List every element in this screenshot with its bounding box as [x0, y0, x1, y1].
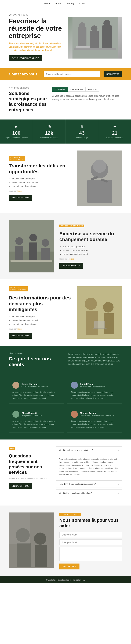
- svg-rect-29: [94, 321, 105, 328]
- testimonial-meta-3: Michael Turner Directeur du développemen…: [80, 412, 114, 416]
- testimonials-grid: Emma Harrison Consultante senior en stra…: [9, 378, 122, 433]
- faq-item-2[interactable]: What is the typical project timeline? ∨: [56, 490, 122, 497]
- testimonial-text-0: At vero eos et accusam et justo duo dolo…: [13, 391, 60, 400]
- faq-item-1[interactable]: How does the consulting process work? ∨: [56, 480, 122, 488]
- info-title: Des informations pour des décisions plus…: [9, 295, 72, 312]
- svg-rect-14: [101, 178, 108, 183]
- faq-cta-button[interactable]: EN SAVOIR PLUS: [9, 483, 32, 489]
- svg-rect-26: [86, 311, 98, 335]
- stat-efficiency-label: Efficacité améliorée: [106, 136, 123, 139]
- stat-market-label: Marché élargi: [76, 136, 88, 139]
- svg-rect-24: [77, 286, 122, 339]
- bullet-item: Lorem ipsum dolor sit amet: [12, 322, 72, 326]
- hero-text: At vero eos et accusam et justo duo dolo…: [9, 42, 63, 52]
- svg-point-10: [91, 161, 108, 178]
- info-cta-button[interactable]: EN SAVOIR PLUS: [9, 333, 32, 339]
- testimonial-header-3: Michael Turner Directeur du développemen…: [71, 411, 118, 418]
- tab-operations[interactable]: OPERATIONS: [68, 87, 85, 92]
- svg-rect-3: [90, 31, 99, 48]
- bullet-item: No sea takmata sanctus est: [12, 318, 72, 322]
- stat-market: ⊕ 43 Marché élargi: [66, 120, 98, 144]
- testimonial-role-0: Consultante senior en stratégie: [22, 385, 48, 388]
- hero-cta-button[interactable]: CONSULTATION GRATUITE: [9, 56, 42, 61]
- connect-section: CONNECTONS-NOUS Nous sommes là pour vous…: [0, 506, 131, 576]
- svg-rect-30: [93, 328, 106, 329]
- faq-item-0[interactable]: What industries do you specialize in? ∨: [56, 446, 122, 454]
- testimonial-text-3: At vero eos et accusam et justo duo dolo…: [71, 420, 118, 429]
- testimonial-role-3: Directeur du développement commercial: [80, 414, 114, 416]
- processus-badge: PROCESSUS OPTIMISÉS: [59, 224, 84, 227]
- svg-rect-36: [9, 512, 30, 544]
- connect-title: Nous sommes là pour vous aider: [59, 518, 122, 528]
- svg-rect-15: [9, 220, 54, 272]
- strategy-cta-button[interactable]: EN SAVOIR PLUS: [9, 195, 32, 201]
- svg-rect-1: [78, 27, 86, 48]
- strategy-image: [77, 150, 122, 206]
- testimonials-intro-text: Lorem ipsum dolor sit amet, consetetur s…: [68, 352, 122, 366]
- nav-pricing[interactable]: Pricing: [67, 2, 74, 5]
- nav-contact[interactable]: Contact: [79, 2, 87, 5]
- svg-rect-20: [29, 242, 37, 260]
- svg-rect-31: [9, 512, 54, 568]
- chevron-down-icon-2: ∨: [117, 492, 119, 494]
- about-title: Solutions stratégiques pour la croissanc…: [9, 91, 47, 112]
- connect-image: [9, 512, 54, 568]
- name-input[interactable]: [59, 532, 122, 538]
- svg-rect-13: [91, 176, 98, 180]
- stat-efficiency-value: 21: [112, 130, 117, 136]
- svg-point-4: [91, 26, 97, 32]
- svg-rect-33: [17, 543, 31, 567]
- bullet-item: Lorem ipsum dolor sit amet: [12, 184, 72, 188]
- svg-rect-22: [41, 248, 50, 262]
- tab-finance[interactable]: FINANCE: [86, 87, 99, 92]
- strategy-title: Transformer les défis en opportunités: [9, 163, 72, 174]
- svg-point-19: [29, 234, 37, 242]
- message-textarea[interactable]: [59, 547, 122, 561]
- testimonial-text-2: At vero eos et accusam et justo duo dolo…: [13, 420, 60, 429]
- svg-point-32: [16, 528, 30, 542]
- processus-bullets: Stet cita kasd gubergren No sea takmata …: [59, 245, 122, 256]
- processus-cta-button[interactable]: EN SAVOIR PLUS: [59, 263, 83, 268]
- hero-section: QUI SOMMES-NOUS Favorisez la réussite de…: [0, 7, 131, 68]
- bullet-item: Lorem ipsum dolor sit amet: [63, 252, 122, 256]
- avatar-emma: [13, 382, 19, 389]
- testimonial-header-0: Emma Harrison Consultante senior en stra…: [13, 382, 60, 389]
- nav-home[interactable]: Home: [44, 2, 50, 5]
- processus-image-svg: [9, 220, 54, 272]
- testimonials-label: TÉMOIGNAGES: [9, 352, 63, 354]
- submit-button[interactable]: SOUMETTRE: [104, 72, 122, 77]
- processus-section: PROCESSUS OPTIMISÉS Expertise au service…: [0, 213, 131, 280]
- nav-about[interactable]: About: [55, 2, 61, 5]
- svg-rect-5: [102, 26, 112, 48]
- connect-email-input[interactable]: [59, 540, 122, 546]
- faq-answer-0: Answer: Lorem ipsum dolor sit amet, cons…: [56, 456, 122, 478]
- testimonial-card-0: Emma Harrison Consultante senior en stra…: [9, 378, 64, 404]
- processus-title: Expertise au service du changement durab…: [59, 231, 122, 242]
- svg-point-2: [79, 22, 85, 28]
- footer-text: Sample text. Click to select the Text El…: [46, 579, 85, 581]
- svg-point-6: [103, 20, 110, 27]
- testimonials-section: TÉMOIGNAGES Ce que disent nos clients Lo…: [0, 346, 131, 440]
- testimonial-header-2: Olivia Bennett Analyste des opérations: [13, 411, 60, 418]
- svg-point-12: [93, 160, 106, 173]
- bullet-item: No sea takmata sanctus est: [63, 249, 122, 252]
- email-input[interactable]: [44, 72, 100, 77]
- bullet-item: Stet cita kasd gubergren: [12, 177, 72, 181]
- testimonial-header-1: Daniel Foster Responsable conseil financ…: [71, 382, 118, 389]
- info-image-svg: [77, 286, 122, 339]
- avatar-olivia: [13, 411, 19, 418]
- faq-question-0: What industries do you specialize in?: [59, 449, 93, 451]
- testimonials-header: TÉMOIGNAGES Ce que disent nos clients Lo…: [9, 352, 122, 373]
- chevron-down-icon-0: ∨: [117, 449, 119, 452]
- svg-rect-16: [9, 252, 54, 272]
- connect-badge: CONNECTONS-NOUS: [59, 513, 81, 516]
- about-section: À PROPOS DE NOUS Solutions stratégiques …: [0, 80, 131, 120]
- tab-strategy[interactable]: STRATEGY: [52, 87, 68, 92]
- avatar-daniel: [71, 382, 78, 389]
- connect-submit-button[interactable]: SOUMETTRE: [59, 564, 79, 570]
- strategy-badge: STRATÉGIED'ENTREPRISE: [9, 156, 25, 161]
- processus-content: PROCESSUS OPTIMISÉS Expertise au service…: [59, 224, 122, 268]
- about-left: À PROPOS DE NOUS Solutions stratégiques …: [9, 87, 47, 112]
- testimonial-meta-2: Olivia Bennett Analyste des opérations: [22, 412, 42, 416]
- connect-image-svg: [9, 512, 54, 568]
